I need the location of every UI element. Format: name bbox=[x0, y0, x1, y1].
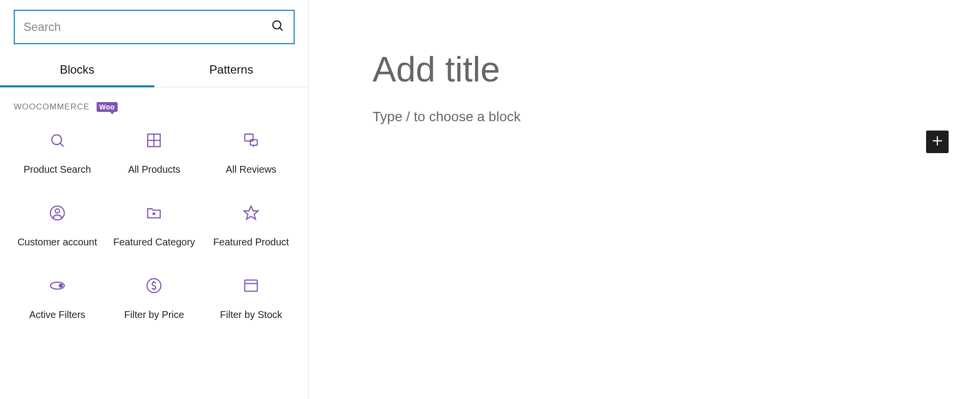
editor-canvas: Add title Type / to choose a block bbox=[309, 0, 980, 399]
svg-point-2 bbox=[51, 135, 61, 145]
block-label: All Reviews bbox=[226, 163, 276, 176]
svg-line-3 bbox=[60, 143, 63, 147]
search-box[interactable] bbox=[14, 10, 295, 44]
category-label: WOOCOMMERCE bbox=[14, 102, 90, 112]
block-filter-by-stock[interactable]: Filter by Stock bbox=[202, 271, 300, 327]
grid-icon bbox=[145, 132, 163, 149]
block-label: Featured Product bbox=[213, 236, 289, 248]
inserter-tabs: Blocks Patterns bbox=[0, 54, 308, 87]
search-input[interactable] bbox=[24, 20, 271, 34]
svg-rect-8 bbox=[251, 140, 257, 145]
svg-rect-16 bbox=[245, 280, 257, 292]
block-label: Product Search bbox=[24, 163, 91, 176]
default-block-appender[interactable]: Type / to choose a block bbox=[373, 109, 916, 125]
tab-blocks[interactable]: Blocks bbox=[0, 54, 154, 87]
svg-point-10 bbox=[55, 209, 60, 213]
star-icon bbox=[242, 204, 260, 222]
tab-patterns[interactable]: Patterns bbox=[154, 54, 309, 87]
block-featured-category[interactable]: Featured Category bbox=[106, 198, 203, 254]
search-icon bbox=[271, 19, 285, 35]
toggle-icon bbox=[49, 277, 66, 294]
svg-line-1 bbox=[280, 28, 283, 31]
user-circle-icon bbox=[49, 204, 66, 222]
block-all-products[interactable]: All Products bbox=[106, 126, 203, 182]
svg-point-0 bbox=[273, 21, 281, 29]
block-all-reviews[interactable]: All Reviews bbox=[202, 126, 300, 182]
block-grid: Product Search All Products All Reviews … bbox=[0, 117, 308, 336]
block-label: Customer account bbox=[18, 236, 97, 248]
block-label: Featured Category bbox=[113, 236, 195, 248]
post-title-input[interactable]: Add title bbox=[373, 49, 916, 89]
block-featured-product[interactable]: Featured Product bbox=[202, 198, 300, 254]
block-product-search[interactable]: Product Search bbox=[9, 126, 106, 182]
block-filter-by-price[interactable]: Filter by Price bbox=[106, 271, 203, 327]
block-label: Filter by Price bbox=[124, 308, 184, 321]
block-customer-account[interactable]: Customer account bbox=[9, 198, 106, 254]
folder-star-icon bbox=[145, 204, 163, 222]
add-block-button[interactable] bbox=[926, 131, 949, 153]
dollar-circle-icon bbox=[145, 277, 163, 294]
reviews-icon bbox=[242, 132, 260, 149]
block-inserter-panel: Blocks Patterns WOOCOMMERCE Woo Product … bbox=[0, 0, 309, 399]
search-icon bbox=[49, 132, 66, 149]
svg-point-12 bbox=[59, 284, 63, 288]
box-icon bbox=[242, 277, 260, 294]
block-label: Active Filters bbox=[29, 308, 85, 321]
category-header: WOOCOMMERCE Woo bbox=[0, 87, 308, 117]
woo-badge-icon: Woo bbox=[97, 102, 118, 112]
plus-icon bbox=[930, 134, 944, 150]
block-label: All Products bbox=[128, 163, 180, 176]
block-active-filters[interactable]: Active Filters bbox=[9, 271, 106, 327]
search-wrap bbox=[0, 10, 308, 54]
block-label: Filter by Stock bbox=[220, 308, 282, 321]
